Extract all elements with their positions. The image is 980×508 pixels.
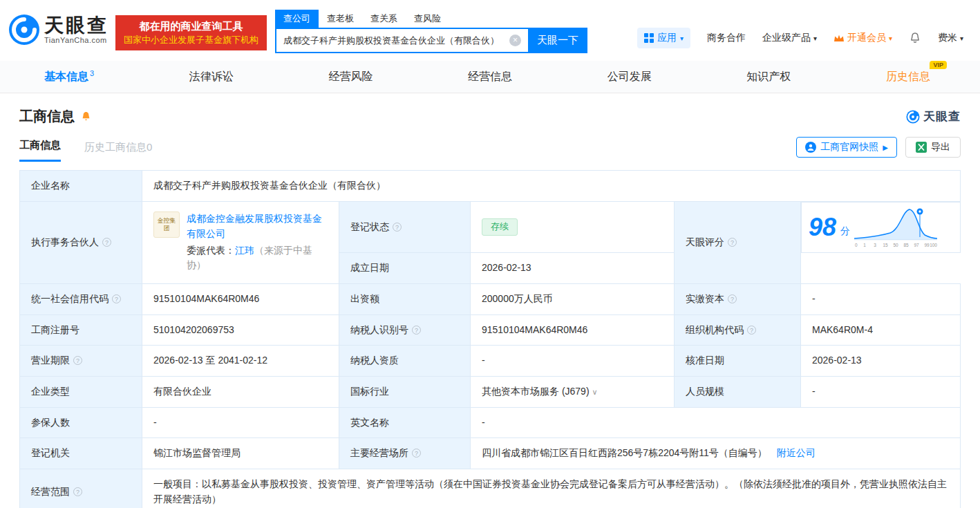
help-icon[interactable]: ? [73, 356, 82, 365]
table-row: 登记机关 锦江市场监督管理局 主要经营场所? 四川省成都市锦江区百日红西路256… [20, 438, 961, 469]
taxpayer-quality-label: 纳税人资质 [339, 346, 471, 377]
help-icon[interactable]: ? [102, 238, 111, 247]
capital-value: 200000万人民币 [471, 283, 675, 314]
site-logo[interactable]: 天眼查 TianYanCha.com [8, 14, 109, 46]
help-icon[interactable]: ? [728, 238, 737, 247]
top-menu: 应用 ▾ 商务合作 企业级产品 ▾ 开通会员 ▾ 费米 ▾ [637, 28, 963, 48]
partner-company-logo: 金控集团 [153, 211, 180, 238]
table-row: 统一社会信用代码? 91510104MAK64R0M46 出资额 200000万… [20, 283, 961, 314]
search-input[interactable] [275, 28, 528, 53]
help-icon[interactable]: ? [112, 294, 121, 303]
partner-company-link[interactable]: 成都金控金融发展股权投资基金有限公司 [187, 213, 322, 239]
svg-text:0: 0 [855, 243, 858, 247]
help-icon[interactable]: ? [728, 294, 737, 303]
nearby-companies-link[interactable]: 附近公司 [777, 447, 816, 458]
chevron-down-icon: ▾ [680, 35, 684, 42]
insured-value: - [142, 407, 339, 438]
chevron-down-icon: ▾ [889, 35, 892, 42]
chevron-down-icon: ▾ [960, 35, 963, 42]
industry-label: 国标行业 [339, 376, 471, 407]
business-cooperation-link[interactable]: 商务合作 [707, 32, 746, 44]
apps-label: 应用 [657, 32, 677, 44]
reg-authority-value: 锦江市场监督管理局 [142, 438, 339, 469]
tab-company-development[interactable]: 公司发展 [607, 70, 652, 84]
english-name-label: 英文名称 [339, 407, 471, 438]
watermark-brand-text: 天眼查 [923, 109, 961, 124]
staff-size-label: 人员规模 [675, 376, 801, 407]
help-icon[interactable]: ? [73, 487, 82, 496]
reg-status-value: 存续 [471, 201, 675, 253]
tab-operating-info[interactable]: 经营信息 [468, 70, 512, 84]
search-block: 查公司 查老板 查关系 查风险 × 天眼一下 [275, 10, 587, 53]
tab-history-info[interactable]: 历史信息 VIP [886, 70, 930, 84]
search-tab-risk[interactable]: 查风险 [406, 10, 449, 28]
enterprise-products-menu[interactable]: 企业级产品 ▾ [762, 32, 817, 44]
score-label: 天眼评分? [675, 201, 801, 283]
open-membership-label: 开通会员 [847, 32, 886, 44]
business-term-label: 营业期限? [20, 346, 142, 377]
svg-text:1: 1 [863, 243, 866, 247]
delegate-prefix: 委派代表： [187, 245, 235, 256]
svg-text:100: 100 [930, 243, 937, 247]
paid-capital-value: - [801, 283, 961, 314]
delegate-name-link[interactable]: 江玮 [235, 245, 254, 256]
table-row: 执行事务合伙人? 金控集团 成都金控金融发展股权投资基金有限公司 委派代表：江玮… [20, 201, 961, 253]
tab-operating-risk[interactable]: 经营风险 [328, 70, 373, 84]
establish-date-label: 成立日期 [339, 253, 471, 284]
delegate-line: 委派代表：江玮（来源于中基协） [187, 243, 328, 273]
help-icon[interactable]: ? [412, 326, 421, 335]
banner-line1: 都在用的商业查询工具 [124, 19, 258, 34]
search-tab-company[interactable]: 查公司 [275, 10, 319, 28]
username: 费米 [938, 32, 957, 44]
enterprise-products-label: 企业级产品 [762, 32, 811, 44]
table-row: 企业名称 成都交子科产并购股权投资基金合伙企业（有限合伙） [20, 171, 961, 202]
tab-legal-proceedings[interactable]: 法律诉讼 [189, 70, 234, 84]
chevron-down-icon: ▾ [813, 35, 817, 42]
help-icon[interactable]: ? [412, 449, 421, 458]
tab-basic-info[interactable]: 基本信息3 [44, 69, 94, 84]
search-button[interactable]: 天眼一下 [528, 28, 587, 53]
subscribe-bell-icon[interactable] [80, 111, 92, 122]
reg-number-label: 工商注册号 [20, 314, 142, 346]
partner-label: 执行事务合伙人? [20, 201, 142, 283]
search-row: × 天眼一下 [275, 28, 587, 53]
business-info-table: 企业名称 成都交子科产并购股权投资基金合伙企业（有限合伙） 执行事务合伙人? 金… [19, 170, 961, 508]
notification-bell-icon[interactable] [909, 32, 921, 44]
apps-menu[interactable]: 应用 ▾ [637, 28, 690, 48]
search-tab-boss[interactable]: 查老板 [319, 10, 362, 28]
approval-date-value: 2026-02-13 [801, 346, 961, 377]
status-badge: 存续 [482, 218, 518, 235]
section-title: 工商信息 [19, 107, 75, 126]
business-scope-label: 经营范围? [20, 469, 142, 508]
establish-date-value: 2026-02-13 [471, 253, 675, 284]
chevron-down-icon[interactable]: ∨ [592, 388, 598, 396]
company-nav-tabs: 基本信息3 法律诉讼 经营风险 经营信息 公司发展 知识产权 历史信息 VIP [0, 61, 980, 93]
staff-size-value: - [801, 376, 961, 407]
logo-text: 天眼查 TianYanCha.com [44, 15, 109, 44]
logo-domain: TianYanCha.com [44, 36, 109, 44]
score-value: 98 分 0 1 3 15 50 85 97 99 1 [801, 202, 961, 253]
table-row: 企业类型 有限合伙企业 国标行业 其他资本市场服务 (J679)∨ 人员规模 - [20, 376, 961, 407]
taxpayer-quality-value: - [471, 346, 675, 377]
open-membership-menu[interactable]: 开通会员 ▾ [833, 32, 892, 44]
capital-label: 出资额 [339, 283, 471, 314]
tab-intellectual-property[interactable]: 知识产权 [746, 70, 791, 84]
export-button[interactable]: 导出 [905, 137, 961, 158]
svg-text:15: 15 [883, 243, 888, 247]
official-snapshot-button[interactable]: 工商官网快照 ▶ [796, 137, 897, 158]
help-icon[interactable]: ? [393, 223, 402, 232]
english-name-value: - [471, 407, 961, 438]
help-icon[interactable]: ? [747, 326, 756, 335]
subtab-history-business-info[interactable]: 历史工商信息0 [84, 141, 152, 162]
company-name-value: 成都交子科产并购股权投资基金合伙企业（有限合伙） [142, 171, 961, 202]
insured-label: 参保人数 [20, 407, 142, 438]
tianyancha-logo-icon [906, 110, 920, 124]
user-menu[interactable]: 费米 ▾ [938, 32, 963, 44]
vip-badge: VIP [930, 61, 947, 69]
svg-text:50: 50 [893, 243, 898, 247]
subtab-row: 工商信息 历史工商信息0 工商官网快照 ▶ 导出 [0, 126, 980, 162]
subtab-business-info[interactable]: 工商信息 [19, 139, 61, 162]
search-tab-relation[interactable]: 查关系 [362, 10, 406, 28]
clear-icon[interactable]: × [509, 35, 521, 46]
logo-title: 天眼查 [44, 15, 109, 35]
